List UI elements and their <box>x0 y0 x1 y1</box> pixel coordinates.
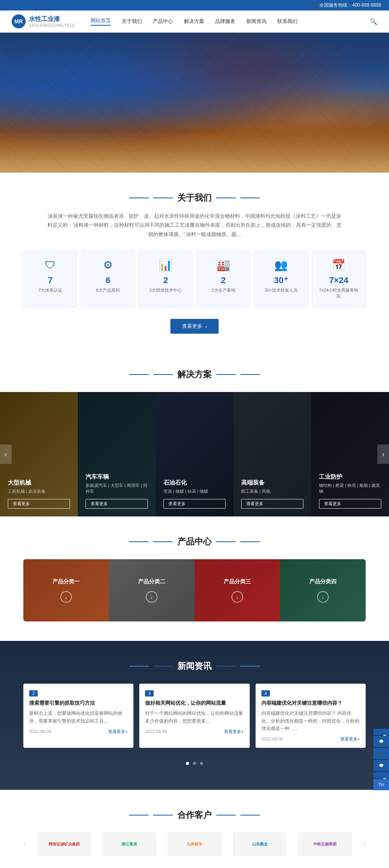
product-cat-1[interactable]: 产品分类一 ↓ <box>23 559 109 621</box>
partner-logo-2: 廊江重清 <box>103 833 156 856</box>
news-deco-right <box>216 666 236 667</box>
stat-tech: 👥 30⁺ 30+技术研发人员 <box>254 250 308 307</box>
stat-base: 🏭 2 2大生产基地 <box>196 250 250 307</box>
stat-quality: 🛡 7 7大体系认证 <box>23 250 77 307</box>
solutions-section: 解决方案 ‹ 大型机械 工程机械 | 农业装备 查看更多 汽车车辆 新能源汽车 … <box>0 353 389 516</box>
sol-btn-3[interactable]: 查看更多 <box>163 499 226 509</box>
float-wechat-btn[interactable]: 💬 <box>373 736 389 747</box>
prod-icon-3: ↓ <box>231 591 243 603</box>
solution-overlay-4: 高端装备 航工装备 | 风电 查看更多 <box>233 392 311 516</box>
about-more-btn[interactable]: 查看更多 › <box>170 319 219 334</box>
solution-overlay-3: 石油石化 管道 | 储罐 | 钻采 | 储罐 查看更多 <box>156 392 233 516</box>
logo-sub: SHUIXINGGONGYEQI <box>29 23 75 28</box>
slider-next-btn[interactable]: › <box>377 444 389 464</box>
solution-card-1[interactable]: 大型机械 工程机械 | 农业装备 查看更多 <box>0 392 78 516</box>
sol-title-5: 工业防护 <box>319 473 381 481</box>
news-card-3: 4 内容端建优化对关键注意哪些内容？ 内容端建优化对关键注意哪些内容？ 内容优化… <box>256 684 366 748</box>
arrow-icon: › <box>205 324 207 329</box>
news-tag-3: 4 <box>261 690 270 696</box>
prod-icon-2: ↓ <box>146 591 158 603</box>
logo-name: 水性工业漆 <box>29 15 75 23</box>
news-footer-3: 2022-08-06 查看更多+ <box>261 736 360 742</box>
partner-deco-left <box>153 815 173 816</box>
news-date-3: 2022-08-06 <box>261 737 283 741</box>
solution-overlay-2: 汽车车辆 新能源汽车 | 大型车 | 商用车 | 特种车 查看更多 <box>78 392 156 516</box>
stat-icon-3: 📊 <box>145 259 186 271</box>
partners-row: ‹ 网深证据矿业集团 廊江重清 九州挂车 山东墨龙 中铁五都果团 › <box>23 833 366 856</box>
float-phone-btn[interactable]: 📞 <box>373 748 389 759</box>
news-card-2: 3 做好相关网站优化，让你的网站流量 对于一个网站网站的网站优化，让你的网站流量… <box>139 684 249 748</box>
stat-series: ⚙ 6 6大产品系列 <box>81 250 135 307</box>
top-bar: 📞 全国服务热线：400-888-8888 <box>0 0 389 10</box>
sol-title-4: 高端装备 <box>241 479 303 486</box>
product-cat-2[interactable]: 产品分类二 ↓ <box>109 559 194 621</box>
solutions-slider-wrap: ‹ 大型机械 工程机械 | 农业装备 查看更多 汽车车辆 新能源汽车 | 大型车… <box>0 392 389 516</box>
stat-label-6: 7x24小时全周服务响应 <box>318 287 359 299</box>
sol-btn-2[interactable]: 查看更多 <box>86 499 148 509</box>
float-message-btn[interactable]: 在线留言 <box>373 772 389 778</box>
main-nav: 网站首页 关于我们 产品中心 解决方案 品牌服务 新闻资讯 联系我们 <box>91 17 366 26</box>
dot-3[interactable] <box>200 762 203 765</box>
news-more-2[interactable]: 查看更多+ <box>224 729 244 735</box>
solution-card-4[interactable]: 高端装备 航工装备 | 风电 查看更多 <box>233 392 311 516</box>
news-text-2: 对于一个网站网站的网站优化，让你的网站流量多少价值的内容，您想要更多... <box>145 710 244 724</box>
nav-brand[interactable]: 品牌服务 <box>215 18 235 25</box>
nav-solutions[interactable]: 解决方案 <box>184 18 204 25</box>
news-more-1[interactable]: 查看更多+ <box>108 729 128 735</box>
logo-text-group: 水性工业漆 SHUIXINGGONGYEQI <box>29 15 75 28</box>
news-card-1: 2 搜索需要引擎的抓取技巧方法 新鲜出上道，想要做网站优化但是被网站的收录，需要… <box>23 684 133 748</box>
news-cards: 2 搜索需要引擎的抓取技巧方法 新鲜出上道，想要做网站优化但是被网站的收录，需要… <box>0 684 389 748</box>
dot-1[interactable] <box>186 762 189 765</box>
news-section: 新闻资讯 2 搜索需要引擎的抓取技巧方法 新鲜出上道，想要做网站优化但是被网站的… <box>0 641 389 790</box>
nav-contact[interactable]: 联系我们 <box>277 18 298 25</box>
product-cat-4[interactable]: 产品分类四 ↓ <box>280 559 366 621</box>
title-deco-left <box>153 198 173 198</box>
partner-logo-4: 山东墨龙 <box>233 833 287 856</box>
sol-btn-1[interactable]: 查看更多 <box>8 499 70 509</box>
stat-num-2: 6 <box>87 275 128 285</box>
sol-btn-5[interactable]: 查看更多 <box>319 499 381 509</box>
stat-num-4: 2 <box>203 275 244 285</box>
product-cat-3[interactable]: 产品分类三 ↓ <box>194 559 280 621</box>
about-title: 关于我们 <box>23 192 366 204</box>
partners-next[interactable]: › <box>363 840 366 848</box>
partners-section: 合作客户 ‹ 网深证据矿业集团 廊江重清 九州挂车 山东墨龙 中铁五都果团 › <box>0 790 389 868</box>
slider-prev-btn[interactable]: ‹ <box>0 444 12 464</box>
logo-area: MR 水性工业漆 SHUIXINGGONGYEQI <box>12 14 75 28</box>
nav-home[interactable]: 网站首页 <box>91 17 111 26</box>
sol-title-3: 石油石化 <box>163 479 226 486</box>
prod-icon-4: ↓ <box>317 591 329 603</box>
float-news-btn[interactable]: 新闻资讯 <box>373 729 389 735</box>
title-deco-right <box>216 198 236 198</box>
float-top-btn[interactable]: Tto <box>373 779 389 790</box>
stat-num-1: 7 <box>30 275 71 285</box>
stat-icon-6: 📅 <box>318 259 359 271</box>
news-text-3: 内容端建优化对关键注意哪些内容？ 内容优化，分析的优化都是一样的，内部优化，分析… <box>261 710 360 732</box>
news-more-3[interactable]: 查看更多+ <box>340 736 360 742</box>
stat-icon-1: 🛡 <box>30 259 71 271</box>
solution-card-3[interactable]: 石油石化 管道 | 储罐 | 钻采 | 储罐 查看更多 <box>156 392 233 516</box>
nav-news[interactable]: 新闻资讯 <box>246 18 266 25</box>
stat-label-1: 7大体系认证 <box>30 287 71 293</box>
sol-deco-left <box>153 374 173 375</box>
prod-icon-1: ↓ <box>60 591 72 603</box>
partner-deco-right <box>216 815 236 816</box>
nav-about[interactable]: 关于我们 <box>122 18 142 25</box>
sol-btn-4[interactable]: 查看更多 <box>241 499 303 509</box>
prod-deco-left <box>153 541 173 542</box>
partner-logo-5: 中铁五都果团 <box>298 833 352 856</box>
solution-overlay-1: 大型机械 工程机械 | 农业装备 查看更多 <box>0 392 78 516</box>
news-date-1: 2022-08-08 <box>29 729 51 734</box>
float-qq-btn[interactable]: 💬 <box>373 760 389 771</box>
dot-2[interactable] <box>193 762 196 765</box>
search-icon[interactable]: 🔍 <box>370 18 377 25</box>
solution-card-2[interactable]: 汽车车辆 新能源汽车 | 大型车 | 商用车 | 特种车 查看更多 <box>78 392 156 516</box>
stat-icon-4: 🏭 <box>203 259 244 271</box>
partners-prev[interactable]: ‹ <box>23 840 26 848</box>
nav-products[interactable]: 产品中心 <box>153 18 173 25</box>
float-sidebar: 新闻资讯 💬 📞 💬 在线留言 Tto <box>373 729 389 790</box>
stat-num-5: 30⁺ <box>260 275 301 285</box>
products-section: 产品中心 产品分类一 ↓ 产品分类二 ↓ 产品分类三 ↓ 产品分类四 ↓ <box>0 516 389 641</box>
paint-texture <box>0 33 389 173</box>
stat-label-3: 2大研发技术中心 <box>145 287 186 293</box>
